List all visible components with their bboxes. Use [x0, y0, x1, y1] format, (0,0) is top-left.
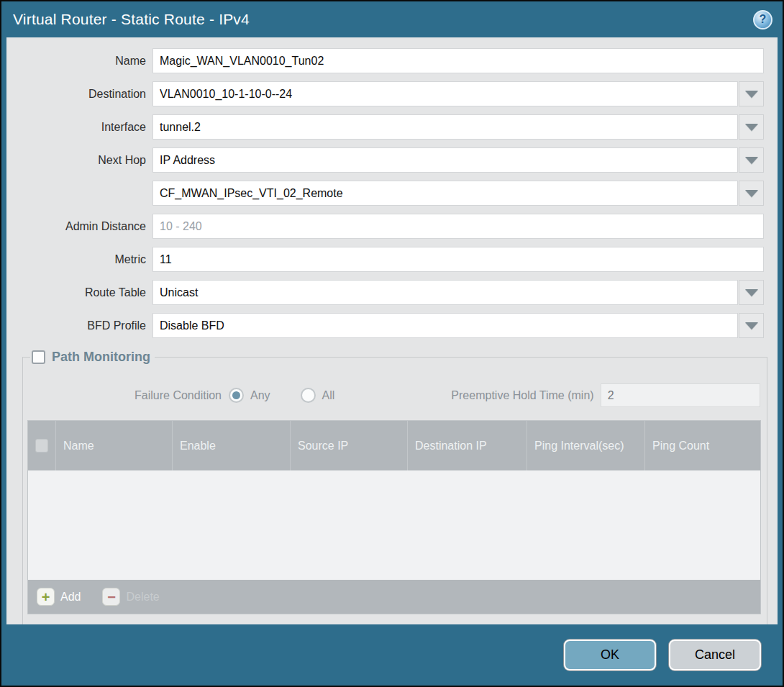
- radio-all-label: All: [322, 389, 335, 402]
- path-monitoring-controls: Failure Condition Any All Preemptive Hol…: [29, 383, 761, 407]
- preemptive-hold-input: [601, 383, 760, 407]
- metric-row: Metric: [6, 247, 764, 272]
- ok-button[interactable]: OK: [564, 640, 656, 670]
- select-all-checkbox: [35, 439, 48, 452]
- next-hop-dropdown-button[interactable]: [739, 147, 764, 173]
- chevron-down-icon: [745, 157, 758, 164]
- table-header: Name Enable Source IP Destination IP Pin…: [28, 421, 760, 470]
- plus-icon: +: [37, 588, 55, 606]
- path-monitoring-legend: Path Monitoring: [30, 350, 155, 365]
- path-monitoring-checkbox[interactable]: [32, 350, 45, 364]
- name-label: Name: [6, 55, 152, 68]
- destination-row: Destination: [6, 81, 764, 106]
- name-row: Name: [6, 48, 764, 73]
- route-form: Name Destination Interface: [6, 37, 778, 338]
- radio-any: [229, 388, 244, 403]
- column-header-destination-ip: Destination IP: [407, 421, 527, 470]
- next-hop-address-dropdown-button[interactable]: [739, 181, 764, 206]
- chevron-down-icon: [745, 124, 758, 131]
- chevron-down-icon: [745, 289, 758, 296]
- radio-any-label: Any: [250, 389, 270, 402]
- destination-dropdown-button[interactable]: [739, 81, 764, 106]
- static-route-dialog: Virtual Router - Static Route - IPv4 ? N…: [0, 0, 784, 687]
- radio-all: [301, 388, 316, 403]
- chevron-down-icon: [745, 190, 758, 197]
- admin-distance-input[interactable]: [152, 214, 764, 239]
- add-button[interactable]: + Add: [37, 588, 81, 606]
- help-icon[interactable]: ?: [753, 10, 772, 29]
- bfd-profile-dropdown-button[interactable]: [739, 313, 764, 338]
- table-action-bar: + Add − Delete: [28, 580, 760, 614]
- interface-row: Interface: [6, 114, 764, 140]
- interface-input[interactable]: [152, 114, 738, 140]
- metric-input[interactable]: [152, 247, 764, 272]
- preemptive-hold-label: Preemptive Hold Time (min): [451, 389, 593, 402]
- chevron-down-icon: [745, 322, 758, 329]
- path-monitoring-title: Path Monitoring: [52, 350, 150, 365]
- column-header-name: Name: [55, 421, 172, 470]
- column-header-enable: Enable: [172, 421, 290, 470]
- metric-label: Metric: [6, 253, 152, 266]
- next-hop-address-input[interactable]: [152, 181, 738, 206]
- failure-condition-label: Failure Condition: [29, 389, 229, 402]
- next-hop-label: Next Hop: [6, 154, 152, 167]
- table-body-empty: [28, 470, 760, 580]
- minus-icon: −: [102, 588, 120, 606]
- cancel-button[interactable]: Cancel: [669, 640, 761, 670]
- column-header-ping-interval: Ping Interval(sec): [527, 421, 644, 470]
- interface-dropdown-button[interactable]: [739, 114, 764, 140]
- next-hop-row: Next Hop: [6, 147, 764, 173]
- route-table-row: Route Table: [6, 280, 764, 305]
- dialog-footer: OK Cancel: [1, 624, 783, 686]
- path-monitoring-table: Name Enable Source IP Destination IP Pin…: [27, 420, 761, 614]
- route-table-label: Route Table: [6, 286, 152, 299]
- interface-label: Interface: [6, 121, 152, 134]
- path-monitoring-section: Path Monitoring Failure Condition Any Al…: [22, 350, 767, 624]
- route-table-input[interactable]: [152, 280, 738, 305]
- dialog-content: Name Destination Interface: [6, 37, 778, 624]
- bfd-profile-row: BFD Profile: [6, 313, 764, 338]
- bfd-profile-label: BFD Profile: [6, 319, 152, 332]
- name-input[interactable]: [152, 48, 764, 73]
- route-table-dropdown-button[interactable]: [739, 280, 764, 305]
- dialog-title: Virtual Router - Static Route - IPv4: [13, 11, 250, 28]
- destination-input[interactable]: [152, 81, 738, 106]
- dialog-titlebar: Virtual Router - Static Route - IPv4 ?: [1, 1, 783, 37]
- admin-distance-row: Admin Distance: [6, 214, 764, 239]
- chevron-down-icon: [745, 91, 758, 98]
- admin-distance-label: Admin Distance: [6, 220, 152, 233]
- failure-condition-radios: Any All: [229, 388, 365, 403]
- table-header-checkbox-cell: [28, 421, 55, 470]
- bfd-profile-input[interactable]: [152, 313, 738, 338]
- column-header-source-ip: Source IP: [290, 421, 407, 470]
- next-hop-address-row: [6, 181, 764, 206]
- next-hop-type-input[interactable]: [152, 147, 738, 173]
- column-header-ping-count: Ping Count: [644, 421, 760, 470]
- destination-label: Destination: [6, 88, 152, 101]
- delete-button: − Delete: [102, 588, 159, 606]
